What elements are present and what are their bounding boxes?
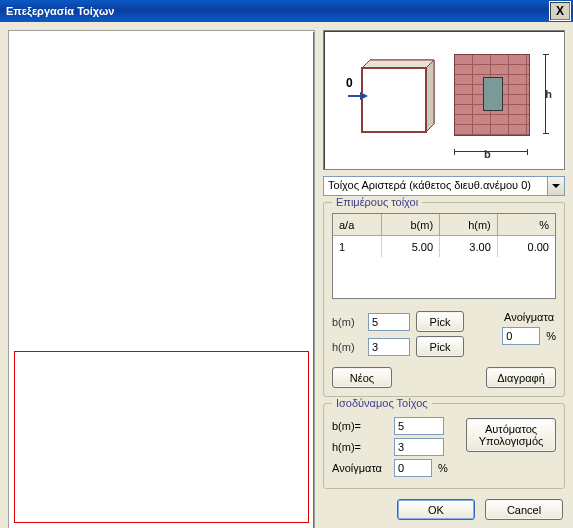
wall-side-select[interactable]: Τοίχος Αριστερά (κάθετος διευθ.ανέμου 0) xyxy=(323,176,565,196)
delete-button[interactable]: Διαγραφή xyxy=(486,367,556,388)
input-openings[interactable] xyxy=(502,327,540,345)
auto-calc-button[interactable]: Αυτόματος Υπολογισμός xyxy=(466,418,556,452)
preview-pane xyxy=(8,30,315,528)
wall-outline xyxy=(14,351,309,523)
pct-label: % xyxy=(546,330,556,342)
label-hm: h(m) xyxy=(332,341,362,353)
ok-button[interactable]: OK xyxy=(397,499,475,520)
cell-hm: 3.00 xyxy=(440,236,498,258)
cell-bm: 5.00 xyxy=(382,236,440,258)
dialog-body: 0 xyxy=(0,22,573,528)
title-bar: Επεξεργασία Τοίχων X xyxy=(0,0,573,22)
chevron-down-icon xyxy=(552,184,560,188)
eq-label-openings: Ανοίγματα xyxy=(332,462,388,474)
eq-input-openings[interactable] xyxy=(394,459,432,477)
table-header-row: a/a b(m) h(m) % xyxy=(333,214,555,236)
col-hm: h(m) xyxy=(440,214,498,236)
dim-b-label: b xyxy=(484,148,491,160)
subwalls-group: Επιμέρους τοίχοι a/a b(m) h(m) % 1 5.00 … xyxy=(323,202,565,397)
eq-pct-label: % xyxy=(438,462,448,474)
wall-side-value: Τοίχος Αριστερά (κάθετος διευθ.ανέμου 0) xyxy=(323,176,548,196)
diagram-frame: 0 xyxy=(323,30,565,170)
dim-h-label: h xyxy=(545,88,552,100)
cell-pct: 0.00 xyxy=(497,236,555,258)
col-pct: % xyxy=(497,214,555,236)
iso-diagram: 0 xyxy=(348,54,438,146)
brick-wall-icon xyxy=(454,54,530,136)
col-aa: a/a xyxy=(333,214,382,236)
wall-opening xyxy=(483,77,503,111)
equiv-legend: Ισοδύναμος Τοίχος xyxy=(332,397,432,409)
svg-rect-3 xyxy=(362,68,426,132)
iso-cube-icon xyxy=(348,54,442,146)
input-bm[interactable] xyxy=(368,313,410,331)
label-bm: b(m) xyxy=(332,316,362,328)
pick-h-button[interactable]: Pick xyxy=(416,336,464,357)
svg-marker-1 xyxy=(362,60,434,68)
subwalls-table[interactable]: a/a b(m) h(m) % 1 5.00 3.00 0.00 xyxy=(332,213,556,299)
cell-aa: 1 xyxy=(333,236,382,258)
openings-label: Ανοίγματα xyxy=(504,311,554,323)
window-title: Επεξεργασία Τοίχων xyxy=(6,5,549,17)
eq-input-hm[interactable] xyxy=(394,438,444,456)
col-bm: b(m) xyxy=(382,214,440,236)
dim-b-line xyxy=(454,151,528,152)
wall-elevation-diagram: h b xyxy=(454,54,540,146)
close-button[interactable]: X xyxy=(549,1,571,21)
cancel-button[interactable]: Cancel xyxy=(485,499,563,520)
pick-b-button[interactable]: Pick xyxy=(416,311,464,332)
eq-label-hm: h(m)= xyxy=(332,441,388,453)
input-hm[interactable] xyxy=(368,338,410,356)
right-column: 0 xyxy=(323,30,565,520)
dropdown-button[interactable] xyxy=(548,176,565,196)
subwalls-legend: Επιμέρους τοίχοι xyxy=(332,196,422,208)
equiv-wall-group: Ισοδύναμος Τοίχος b(m)= h(m)= Ανοίγματα … xyxy=(323,403,565,489)
eq-input-bm[interactable] xyxy=(394,417,444,435)
dialog-buttons: OK Cancel xyxy=(323,499,565,520)
table-row[interactable]: 1 5.00 3.00 0.00 xyxy=(333,236,555,258)
close-icon: X xyxy=(556,4,564,18)
eq-label-bm: b(m)= xyxy=(332,420,388,432)
new-button[interactable]: Νέος xyxy=(332,367,392,388)
svg-marker-2 xyxy=(426,60,434,132)
